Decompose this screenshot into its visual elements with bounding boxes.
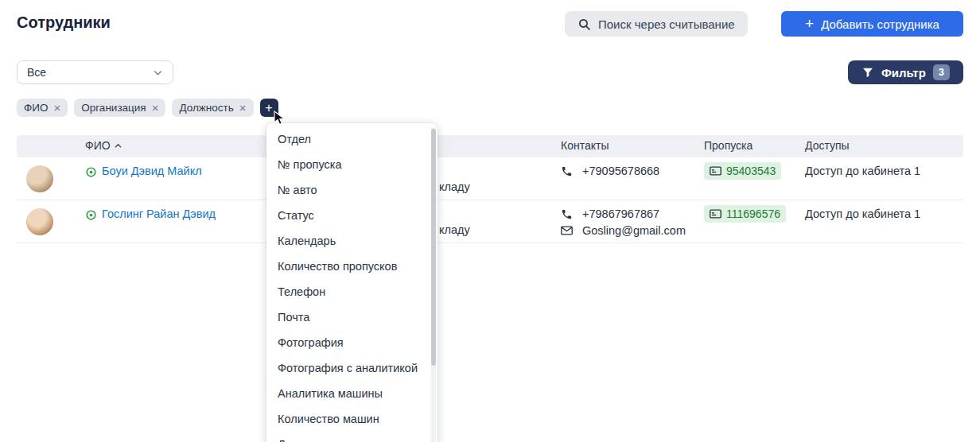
menu-item-pass-count[interactable]: Количество пропусков — [266, 254, 438, 279]
column-header-access-label: Доступы — [805, 139, 850, 152]
phone-icon — [561, 165, 573, 177]
employee-access: Доступ до кабинета 1 — [805, 165, 920, 177]
employee-access: Доступ до кабинета 1 — [805, 207, 920, 220]
employee-email: Gosling@gmail.com — [582, 224, 686, 237]
sort-asc-icon — [114, 142, 122, 150]
scan-search-label: Поиск через считывание — [598, 17, 735, 31]
view-filter-value: Все — [27, 66, 46, 79]
pass-badge: 111696576 — [704, 205, 786, 223]
table-row[interactable]: Гослинг Райан Дэвид кладу +79867967867 G… — [17, 200, 963, 243]
filter-label: Фильтр — [881, 66, 926, 79]
column-header-fio-label: ФИО — [85, 139, 111, 152]
column-picker-menu: Отдел № пропуска № авто Статус Календарь… — [266, 123, 438, 442]
scrollbar-thumb[interactable] — [431, 129, 436, 366]
status-target-icon — [85, 209, 97, 221]
add-employee-button[interactable]: + Добавить сотрудника — [781, 11, 963, 37]
column-header-contacts-label: Контакты — [561, 139, 609, 152]
filter-chips-row: ФИО × Организация × Должность × + — [17, 99, 278, 117]
plus-icon: + — [805, 16, 814, 31]
salary-text-fragment: кладу — [439, 223, 470, 236]
menu-item-clipped[interactable]: Д — [266, 432, 438, 442]
email-icon — [561, 226, 573, 235]
add-employee-label: Добавить сотрудника — [821, 17, 939, 31]
search-icon — [578, 17, 591, 31]
menu-item-auto-number[interactable]: № авто — [266, 177, 438, 203]
employees-table: ФИО Контакты Пропуска Доступы — [17, 135, 963, 243]
menu-item-photo[interactable]: Фотография — [266, 330, 438, 355]
avatar — [26, 165, 53, 192]
employee-phone: +79095678668 — [582, 165, 659, 177]
id-card-icon — [710, 166, 721, 176]
phone-icon — [561, 208, 573, 220]
salary-text-fragment: кладу — [439, 180, 470, 193]
chip-organization[interactable]: Организация × — [74, 99, 165, 117]
pass-number: 95403543 — [726, 165, 776, 177]
pass-badge: 95403543 — [704, 162, 781, 180]
chevron-down-icon — [153, 68, 163, 78]
column-header-passes[interactable]: Пропуска — [704, 139, 752, 152]
filter-button[interactable]: Фильтр 3 — [848, 60, 963, 84]
menu-item-mail[interactable]: Почта — [266, 304, 438, 330]
menu-item-car-count[interactable]: Количество машин — [266, 406, 438, 432]
column-header-contacts[interactable]: Контакты — [561, 139, 609, 152]
menu-item-otdel[interactable]: Отдел — [266, 126, 438, 152]
chip-position-close-icon[interactable]: × — [239, 102, 247, 114]
avatar — [26, 208, 53, 235]
filter-funnel-icon — [861, 66, 874, 79]
chip-organization-label: Организация — [81, 102, 146, 114]
chip-organization-close-icon[interactable]: × — [152, 102, 159, 114]
column-header-fio[interactable]: ФИО — [85, 139, 122, 152]
table-header-row: ФИО Контакты Пропуска Доступы — [17, 135, 963, 157]
view-filter-select[interactable]: Все — [17, 60, 173, 84]
employee-phone: +79867967867 — [582, 207, 659, 220]
pass-number: 111696576 — [726, 207, 780, 220]
menu-item-status[interactable]: Статус — [266, 203, 438, 228]
mouse-cursor-icon — [274, 111, 286, 130]
plus-icon: + — [265, 102, 272, 114]
menu-item-photo-analytics[interactable]: Фотография с аналитикой — [266, 355, 438, 381]
employees-page: Сотрудники Поиск через считывание + Доба… — [0, 0, 980, 442]
employee-name-link[interactable]: Боуи Дэвид Майкл — [102, 165, 202, 177]
employee-name-link[interactable]: Гослинг Райан Дэвид — [102, 207, 216, 220]
column-header-passes-label: Пропуска — [704, 139, 752, 152]
menu-item-phone[interactable]: Телефон — [266, 279, 438, 304]
scan-search-button[interactable]: Поиск через считывание — [565, 11, 748, 37]
table-row[interactable]: Боуи Дэвид Майкл кладу +79095678668 9540… — [17, 157, 963, 200]
menu-item-pass-number[interactable]: № пропуска — [266, 152, 438, 177]
chip-position[interactable]: Должность × — [172, 99, 253, 117]
column-header-access[interactable]: Доступы — [805, 139, 850, 152]
chip-fio[interactable]: ФИО × — [17, 99, 68, 117]
filter-count-badge: 3 — [933, 64, 950, 80]
menu-item-calendar[interactable]: Календарь — [266, 228, 438, 254]
menu-item-car-analytics[interactable]: Аналитика машины — [266, 381, 438, 406]
id-card-icon — [710, 209, 721, 219]
chip-position-label: Должность — [179, 102, 233, 114]
chip-fio-close-icon[interactable]: × — [53, 102, 60, 114]
page-title: Сотрудники — [17, 14, 111, 32]
status-target-icon — [85, 166, 97, 178]
chip-fio-label: ФИО — [24, 102, 48, 114]
